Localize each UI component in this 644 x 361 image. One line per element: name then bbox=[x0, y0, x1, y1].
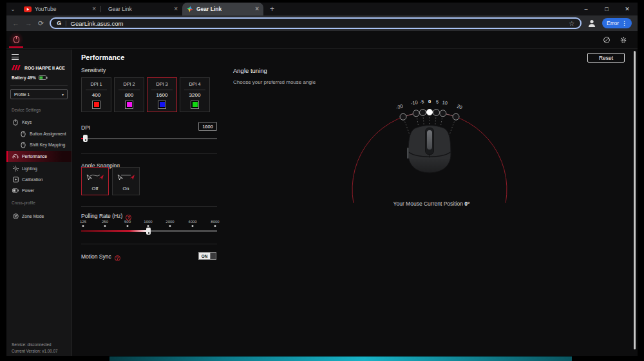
divider bbox=[118, 90, 140, 90]
dpi-stage-2[interactable]: DPI 2 800 bbox=[114, 77, 144, 112]
sidebar-item-button-assignment[interactable]: Button Assignment bbox=[6, 128, 71, 139]
reload-icon[interactable]: ⟳ bbox=[38, 20, 44, 27]
settings-gear-icon[interactable] bbox=[620, 36, 627, 44]
mouse-device-icon bbox=[12, 35, 21, 44]
polling-tick-dot bbox=[147, 225, 149, 227]
sidebar-item-keys[interactable]: Keys bbox=[6, 117, 71, 128]
angle-snapping-on-card[interactable]: On bbox=[112, 167, 140, 195]
dial-stops[interactable] bbox=[400, 109, 459, 120]
performance-gauge-icon bbox=[12, 153, 19, 159]
back-icon[interactable]: ← bbox=[12, 20, 19, 27]
app-top-bar bbox=[6, 31, 638, 49]
dpi-stage-4[interactable]: DPI 4 3200 bbox=[180, 77, 210, 112]
reset-button[interactable]: Reset bbox=[587, 53, 625, 63]
sidebar-item-power[interactable]: Power bbox=[6, 185, 71, 196]
polling-tick-dot bbox=[214, 225, 216, 227]
svg-text:-5: -5 bbox=[419, 99, 424, 105]
scrollbar[interactable] bbox=[634, 51, 636, 349]
sync-disabled-icon[interactable] bbox=[603, 36, 611, 44]
tab-gearlink-1[interactable]: Gear Link × bbox=[101, 3, 182, 15]
new-tab-button[interactable]: + bbox=[270, 5, 274, 14]
tab-close-icon[interactable]: × bbox=[174, 6, 178, 12]
device-settings-label: Device Settings bbox=[12, 108, 41, 112]
navigation-bar: ← → ⟳ G | GearLink.asus.com ☆ Error ⋮ bbox=[6, 15, 638, 31]
dpi-stage-1[interactable]: DPI 1 400 bbox=[81, 77, 111, 112]
dpi-stage-value: 1600 bbox=[156, 92, 168, 98]
address-separator: | bbox=[65, 20, 66, 26]
zone-mode-icon bbox=[12, 213, 19, 219]
help-icon[interactable]: ? bbox=[115, 255, 120, 261]
minimize-icon[interactable]: – bbox=[576, 3, 596, 15]
service-status: Service: disconnected bbox=[12, 342, 52, 347]
section-divider bbox=[81, 153, 217, 154]
tab-close-icon[interactable]: × bbox=[92, 6, 96, 12]
mouse-top-view bbox=[401, 126, 458, 190]
performance-panel: Performance Reset Sensitivity DPI 1 400 … bbox=[72, 50, 638, 356]
angle-tuning-dial[interactable]: -20 -10 -5 0 5 10 20 bbox=[309, 90, 554, 219]
app-version: Current Version: v1.00.07 bbox=[12, 349, 57, 353]
sidebar-item-shift-key-mapping[interactable]: Shift Key Mapping bbox=[6, 139, 71, 150]
hamburger-menu-icon[interactable] bbox=[12, 54, 19, 61]
sidebar-item-performance[interactable]: Performance bbox=[6, 151, 71, 162]
dpi-stage-name: DPI 3 bbox=[156, 78, 167, 87]
motion-sync-toggle[interactable]: ON bbox=[198, 252, 216, 260]
browser-error-button[interactable]: Error ⋮ bbox=[602, 18, 632, 28]
calibration-icon bbox=[12, 177, 19, 182]
browser-window: ⌄ YouTube × Gear Link × bbox=[6, 3, 638, 356]
close-window-icon[interactable]: ✕ bbox=[617, 3, 638, 15]
angle-snapping-on-icon bbox=[117, 173, 135, 181]
angle-snapping-off-card[interactable]: Off bbox=[81, 167, 109, 195]
tab-title: Gear Link bbox=[106, 6, 171, 12]
dpi-color-swatch[interactable] bbox=[125, 101, 133, 109]
polling-rate-label: Polling Rate (Hz)? bbox=[81, 213, 131, 220]
bookmark-star-icon[interactable]: ☆ bbox=[569, 20, 574, 27]
polling-tick: 1000 bbox=[144, 220, 152, 224]
dpi-stage-3-selected[interactable]: DPI 3 1600 bbox=[147, 77, 177, 112]
maximize-icon[interactable]: □ bbox=[596, 3, 617, 15]
dpi-slider-handle[interactable] bbox=[83, 135, 88, 142]
dpi-label: DPI bbox=[81, 124, 90, 131]
angle-snapping-off-label: Off bbox=[92, 186, 99, 191]
menu-kebab-icon[interactable]: ⋮ bbox=[621, 20, 627, 26]
tab-search-icon[interactable]: ⌄ bbox=[6, 6, 19, 12]
forward-icon[interactable]: → bbox=[25, 20, 32, 27]
address-bar[interactable]: G | GearLink.asus.com ☆ bbox=[50, 17, 582, 29]
tab-gearlink-2-active[interactable]: Gear Link × bbox=[182, 3, 263, 15]
polling-slider-handle[interactable] bbox=[146, 228, 151, 235]
dpi-color-swatch[interactable] bbox=[191, 101, 199, 109]
profile-dropdown[interactable]: Profile 1 ▾ bbox=[10, 89, 68, 99]
tab-title: YouTube bbox=[35, 6, 89, 12]
angle-tuning-title: Angle tuning bbox=[233, 67, 267, 74]
svg-text:10: 10 bbox=[442, 99, 448, 106]
polling-tick: 125 bbox=[80, 220, 86, 224]
dpi-value-box[interactable]: 1600 bbox=[198, 122, 217, 131]
sidebar-item-label: Lighting bbox=[22, 166, 37, 171]
app-body: ROG HARPE II ACE Battery 49% Profile 1 bbox=[6, 50, 638, 356]
sidebar-item-label: Shift Key Mapping bbox=[30, 142, 65, 147]
profile-avatar-icon[interactable] bbox=[587, 19, 596, 28]
dial-stop-selected bbox=[426, 109, 432, 115]
site-badge: G bbox=[57, 20, 61, 26]
sidebar-item-zone-mode[interactable]: Zone Mode bbox=[6, 211, 71, 222]
svg-text:0: 0 bbox=[428, 99, 431, 104]
device-tab-mouse[interactable] bbox=[9, 32, 23, 48]
dpi-color-swatch[interactable] bbox=[92, 101, 100, 109]
dpi-slider-track[interactable] bbox=[81, 138, 217, 139]
tab-youtube[interactable]: YouTube × bbox=[19, 3, 100, 15]
youtube-icon bbox=[24, 6, 32, 12]
angle-snapping-on-label: On bbox=[122, 186, 129, 191]
gearlink-favicon bbox=[187, 6, 193, 12]
chevron-down-icon: ▾ bbox=[62, 92, 64, 97]
mouse-icon bbox=[12, 119, 19, 126]
power-battery-icon bbox=[12, 188, 19, 193]
sidebar-item-label: Power bbox=[22, 188, 34, 193]
tab-close-icon[interactable]: × bbox=[255, 6, 259, 12]
sidebar-item-lighting[interactable]: Lighting bbox=[6, 163, 71, 174]
profile-label: Profile 1 bbox=[14, 92, 30, 97]
toggle-knob bbox=[210, 253, 216, 259]
sidebar-item-calibration[interactable]: Calibration bbox=[6, 174, 71, 185]
dpi-color-swatch[interactable] bbox=[158, 101, 166, 109]
dpi-stage-value: 3200 bbox=[189, 92, 201, 98]
url-text: GearLink.asus.com bbox=[71, 20, 565, 27]
svg-text:-10: -10 bbox=[410, 99, 418, 106]
